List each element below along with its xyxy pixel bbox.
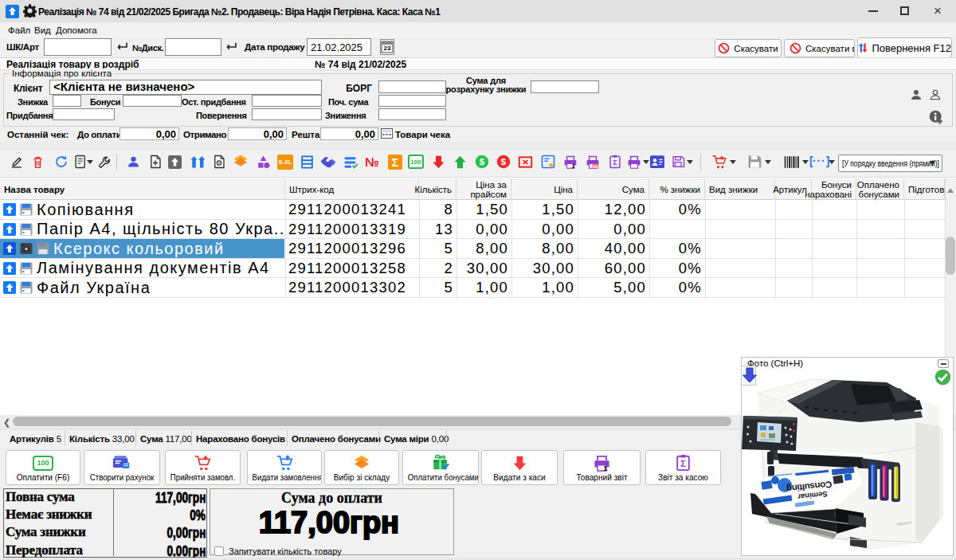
svg-text:1: 1 — [571, 163, 574, 169]
svg-text:23: 23 — [384, 45, 391, 52]
svg-text:$: $ — [501, 157, 507, 166]
svg-text:Σ: Σ — [680, 459, 686, 468]
svg-text:Σ: Σ — [613, 159, 617, 166]
svg-text:$: $ — [480, 157, 485, 166]
svg-text:1: 1 — [603, 464, 607, 472]
